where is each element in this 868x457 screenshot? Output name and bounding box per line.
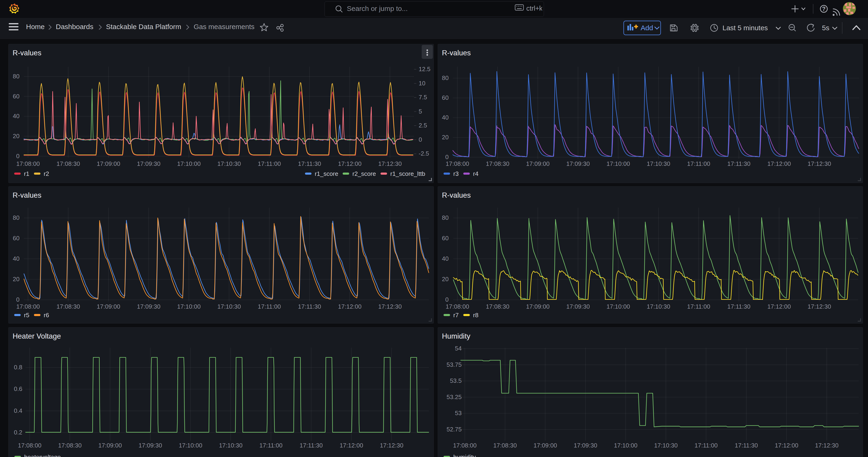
svg-text:humidity: humidity xyxy=(453,454,476,457)
svg-text:53.25: 53.25 xyxy=(446,394,462,400)
svg-text:5s: 5s xyxy=(822,24,829,32)
svg-text:17:09:30: 17:09:30 xyxy=(566,160,590,167)
svg-text:Stackable Data Platform: Stackable Data Platform xyxy=(106,23,181,30)
svg-text:80: 80 xyxy=(13,73,20,80)
svg-text:17:10:00: 17:10:00 xyxy=(614,442,638,449)
svg-text:17:12:30: 17:12:30 xyxy=(815,442,838,449)
svg-text:2.5: 2.5 xyxy=(418,122,427,129)
svg-text:17:09:30: 17:09:30 xyxy=(566,303,590,310)
svg-text:17:11:30: 17:11:30 xyxy=(727,160,750,167)
svg-text:17:12:00: 17:12:00 xyxy=(767,160,791,167)
svg-text:17:08:30: 17:08:30 xyxy=(58,442,82,449)
svg-text:17:09:00: 17:09:00 xyxy=(533,442,557,449)
svg-text:40: 40 xyxy=(13,113,20,120)
svg-text:20: 20 xyxy=(13,276,20,282)
svg-text:0.6: 0.6 xyxy=(14,385,22,392)
svg-text:17:09:30: 17:09:30 xyxy=(137,303,160,310)
svg-text:17:12:30: 17:12:30 xyxy=(378,160,402,167)
svg-text:17:12:00: 17:12:00 xyxy=(338,160,362,167)
svg-text:40: 40 xyxy=(442,255,448,262)
svg-text:17:11:30: 17:11:30 xyxy=(727,303,750,310)
svg-text:17:11:00: 17:11:00 xyxy=(258,160,281,167)
svg-text:17:08:00: 17:08:00 xyxy=(16,160,40,167)
svg-text:17:11:00: 17:11:00 xyxy=(694,442,718,449)
svg-text:r4: r4 xyxy=(473,170,478,177)
svg-text:17:12:30: 17:12:30 xyxy=(380,442,403,449)
svg-text:17:10:30: 17:10:30 xyxy=(217,303,241,310)
svg-text:Gas measurements: Gas measurements xyxy=(194,23,254,30)
svg-text:20: 20 xyxy=(442,134,448,141)
svg-text:17:12:00: 17:12:00 xyxy=(775,442,798,449)
svg-text:17:09:00: 17:09:00 xyxy=(98,442,122,449)
svg-text:17:08:30: 17:08:30 xyxy=(57,303,80,310)
svg-text:17:10:00: 17:10:00 xyxy=(177,303,200,310)
svg-text:17:09:00: 17:09:00 xyxy=(97,303,120,310)
svg-text:17:09:00: 17:09:00 xyxy=(526,160,550,167)
svg-text:17:08:00: 17:08:00 xyxy=(16,303,40,310)
svg-text:0.8: 0.8 xyxy=(14,364,22,371)
svg-text:ctrl+k: ctrl+k xyxy=(526,5,542,12)
svg-text:17:09:30: 17:09:30 xyxy=(138,442,162,449)
svg-text:17:12:30: 17:12:30 xyxy=(808,303,831,310)
svg-text:17:08:00: 17:08:00 xyxy=(453,442,476,449)
svg-text:17:10:00: 17:10:00 xyxy=(607,303,630,310)
svg-text:0: 0 xyxy=(445,153,448,160)
svg-text:60: 60 xyxy=(13,235,20,242)
svg-text:80: 80 xyxy=(442,74,448,82)
svg-text:r2: r2 xyxy=(44,170,49,177)
svg-text:53.5: 53.5 xyxy=(450,377,462,384)
svg-text:17:12:00: 17:12:00 xyxy=(338,303,362,310)
svg-text:17:10:30: 17:10:30 xyxy=(217,160,241,167)
svg-text:60: 60 xyxy=(442,94,448,101)
svg-text:0.2: 0.2 xyxy=(14,429,22,436)
svg-text:17:09:00: 17:09:00 xyxy=(526,303,550,310)
svg-text:17:08:00: 17:08:00 xyxy=(18,442,41,449)
svg-text:17:11:00: 17:11:00 xyxy=(259,442,282,449)
svg-text:Dashboards: Dashboards xyxy=(56,23,93,30)
svg-text:17:10:00: 17:10:00 xyxy=(607,160,630,167)
svg-text:?: ? xyxy=(822,6,826,12)
svg-text:80: 80 xyxy=(13,214,20,221)
svg-text:17:08:30: 17:08:30 xyxy=(57,160,80,167)
svg-text:17:09:00: 17:09:00 xyxy=(97,160,120,167)
svg-text:17:12:30: 17:12:30 xyxy=(808,160,831,167)
svg-text:17:11:30: 17:11:30 xyxy=(735,442,758,449)
svg-text:Last 5 minutes: Last 5 minutes xyxy=(722,24,768,32)
svg-text:17:08:00: 17:08:00 xyxy=(445,303,469,310)
svg-text:17:12:00: 17:12:00 xyxy=(767,303,791,310)
svg-text:53: 53 xyxy=(455,409,462,417)
svg-text:12.5: 12.5 xyxy=(418,66,431,72)
svg-text:17:11:30: 17:11:30 xyxy=(300,442,323,449)
svg-text:heatervoltage: heatervoltage xyxy=(24,454,61,457)
svg-text:17:10:30: 17:10:30 xyxy=(647,160,670,167)
svg-text:40: 40 xyxy=(442,114,448,121)
svg-text:17:11:30: 17:11:30 xyxy=(298,303,321,310)
svg-text:17:12:00: 17:12:00 xyxy=(340,442,363,449)
svg-text:17:11:00: 17:11:00 xyxy=(687,160,710,167)
svg-text:r1: r1 xyxy=(24,170,29,177)
svg-text:53.75: 53.75 xyxy=(446,361,462,368)
svg-text:17:09:30: 17:09:30 xyxy=(574,442,597,449)
svg-text:17:10:30: 17:10:30 xyxy=(654,442,678,449)
svg-text:5: 5 xyxy=(418,108,422,115)
svg-text:20: 20 xyxy=(13,132,20,140)
svg-text:20: 20 xyxy=(442,276,448,282)
svg-text:Add: Add xyxy=(641,24,653,32)
svg-text:7.5: 7.5 xyxy=(418,94,427,101)
svg-text:-2.5: -2.5 xyxy=(418,150,429,157)
svg-text:r3: r3 xyxy=(453,170,459,177)
svg-text:0: 0 xyxy=(418,136,422,143)
svg-text:0: 0 xyxy=(16,296,20,303)
svg-text:17:11:30: 17:11:30 xyxy=(298,160,321,167)
svg-text:17:11:00: 17:11:00 xyxy=(258,303,281,310)
svg-text:54: 54 xyxy=(455,345,462,352)
svg-text:17:08:30: 17:08:30 xyxy=(486,303,509,310)
svg-text:17:10:00: 17:10:00 xyxy=(177,160,200,167)
svg-text:17:09:30: 17:09:30 xyxy=(137,160,160,167)
svg-text:40: 40 xyxy=(13,255,20,262)
svg-text:0: 0 xyxy=(445,296,448,303)
svg-text:0: 0 xyxy=(16,153,20,159)
svg-text:17:10:30: 17:10:30 xyxy=(647,303,670,310)
svg-text:Home: Home xyxy=(26,23,44,30)
svg-text:80: 80 xyxy=(442,214,448,221)
